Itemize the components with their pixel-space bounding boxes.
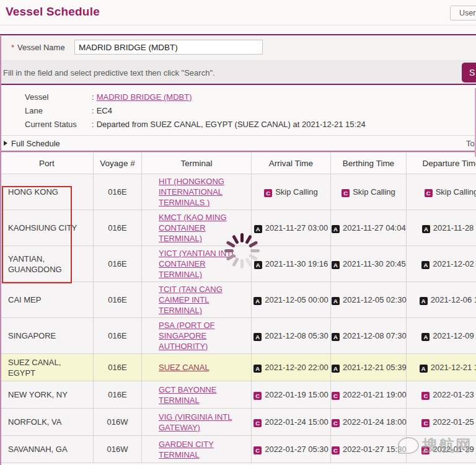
terminal-link[interactable]: KMCT (KAO MING CONTAINER TERMINAL) xyxy=(159,213,227,243)
search-hint-text: Fill in the field and select predictive … xyxy=(3,68,215,78)
departure-time-cell: A2021-12-09 0 xyxy=(407,318,476,354)
terminal-link[interactable]: GARDEN CITY TERMINAL xyxy=(159,440,214,459)
departure-time-cell: C2022-01-25 2 xyxy=(407,409,476,436)
badge-a-icon: A xyxy=(332,333,340,341)
header-divider-band xyxy=(0,25,476,35)
vessel-label: Vessel xyxy=(25,91,92,104)
vessel-link[interactable]: MADRID BRIDGE (MDBT) xyxy=(97,92,192,102)
berthing-time-cell: C2022-01-21 19:00 xyxy=(331,381,407,409)
arrival-time-cell: C2022-01-24 15:00 xyxy=(252,409,331,436)
arrival-time-value: 2021-12-05 00:00 xyxy=(265,295,328,304)
arrival-time-cell: C2022-01-27 05:30 xyxy=(252,436,331,463)
table-row: SINGAPORE016EPSA (PORT OF SINGAPORE AUTH… xyxy=(1,318,476,354)
table-row: SUEZ CANAL, EGYPT016ESUEZ CANALA2021-12-… xyxy=(1,354,476,381)
watermark-text: 搜航网 xyxy=(422,435,472,456)
badge-c-icon: C xyxy=(332,392,340,400)
departure-time-value: 2021-12-02 2 xyxy=(433,259,476,268)
departure-time-value: Skip Calling xyxy=(436,187,476,197)
vessel-info-row: Vessel:MADRID BRIDGE (MDBT) xyxy=(0,91,476,104)
badge-a-icon: A xyxy=(420,297,428,305)
current-status-value: Departed from SUEZ CANAL, EGYPT (SUEZ CA… xyxy=(97,120,366,129)
column-header-terminal: Terminal xyxy=(142,153,252,174)
berthing-time-cell: A2021-12-21 05:39 xyxy=(331,354,407,381)
arrival-time-value: 2021-11-27 03:00 xyxy=(265,223,328,232)
departure-time-value: 2021-12-06 16 xyxy=(431,295,476,304)
terminal-link[interactable]: GCT BAYONNE TERMINAL xyxy=(159,385,216,405)
berthing-time-value: 2022-01-24 18:00 xyxy=(343,417,407,427)
badge-a-icon: A xyxy=(420,365,428,373)
table-header-row: PortVoyage #TerminalArrival TimeBerthing… xyxy=(1,153,476,174)
terminal-cell: GARDEN CITY TERMINAL xyxy=(142,436,252,463)
arrival-time-cell: C2022-01-19 15:00 xyxy=(252,381,331,409)
berthing-time-cell: A2021-12-08 07:30 xyxy=(331,318,407,354)
column-header-port: Port xyxy=(1,153,94,174)
lane-label: Lane xyxy=(25,104,92,118)
badge-c-icon: C xyxy=(342,189,350,197)
terminal-link[interactable]: VIG (VIRGINIA INTL GATEWAY) xyxy=(159,412,232,432)
berthing-time-cell: C2022-01-27 15:30 xyxy=(331,436,407,463)
departure-time-value: 2022-01-25 2 xyxy=(433,417,476,427)
berthing-time-value: 2021-11-30 20:45 xyxy=(343,259,406,268)
terminal-link[interactable]: PSA (PORT OF SINGAPORE AUTHORITY) xyxy=(159,321,215,351)
user-button[interactable]: User xyxy=(450,6,476,20)
arrival-time-value: 2021-12-20 22:00 xyxy=(265,363,328,372)
full-schedule-bar[interactable]: Full Schedule To xyxy=(0,136,476,152)
departure-time-cell: C2022-01-23 0 xyxy=(407,381,476,409)
search-button[interactable]: S xyxy=(462,63,476,82)
arrival-time-value: 2022-01-24 15:00 xyxy=(265,417,328,427)
departure-time-cell: A2021-12-06 16 xyxy=(407,282,476,318)
berthing-time-cell: A2021-11-27 04:04 xyxy=(331,210,407,246)
search-hint-row: Fill in the field and select predictive … xyxy=(0,60,476,85)
terminal-cell: PSA (PORT OF SINGAPORE AUTHORITY) xyxy=(142,318,252,354)
voyage-cell: 016E xyxy=(94,210,142,246)
terminal-cell: HIT (HONGKONG INTERNATIONAL TERMINALS ) xyxy=(142,174,252,210)
departure-time-value: 2021-12-09 0 xyxy=(433,331,476,340)
column-header-arrival-time: Arrival Time xyxy=(252,153,331,174)
current-status-row: Current Status:Departed from SUEZ CANAL,… xyxy=(0,118,476,131)
arrival-time-cell: A2021-12-05 00:00 xyxy=(252,282,331,318)
arrival-time-value: 2022-01-19 15:00 xyxy=(265,390,328,399)
berthing-time-value: 2022-01-21 19:00 xyxy=(343,390,407,399)
voyage-cell: 016E xyxy=(94,318,142,354)
badge-c-icon: C xyxy=(253,446,262,454)
table-row: CAI MEP016ETCIT (TAN CANG CAIMEP INTL TE… xyxy=(1,282,476,318)
badge-c-icon: C xyxy=(421,392,430,400)
badge-c-icon: C xyxy=(332,419,340,427)
terminal-cell: SUEZ CANAL xyxy=(142,354,252,381)
departure-time-value: 2022-01-23 0 xyxy=(433,390,476,399)
port-cell: CAI MEP xyxy=(1,282,94,318)
required-marker: * xyxy=(11,43,14,52)
port-cell: NEW YORK, NY xyxy=(1,381,94,409)
terminal-link[interactable]: TCIT (TAN CANG CAIMEP INTL TERMINAL) xyxy=(159,285,223,315)
arrival-time-cell: CSkip Calling xyxy=(252,174,331,210)
vessel-name-label: *Vessel Name xyxy=(11,43,65,52)
loading-spinner-icon xyxy=(220,229,263,272)
column-header-voyage: Voyage # xyxy=(94,153,142,174)
separator: : xyxy=(92,120,94,129)
vessel-info-section: Vessel:MADRID BRIDGE (MDBT) Lane:EC4 Cur… xyxy=(0,85,476,136)
port-cell: NORFOLK, VA xyxy=(1,409,94,436)
badge-a-icon: A xyxy=(332,297,340,305)
arrival-time-cell: A2021-12-08 05:30 xyxy=(252,318,331,354)
badge-c-icon: C xyxy=(253,419,262,427)
terminal-link[interactable]: SUEZ CANAL xyxy=(159,363,209,372)
badge-c-icon: C xyxy=(332,446,340,454)
badge-c-icon: C xyxy=(264,189,272,197)
arrival-time-value: 2022-01-27 05:30 xyxy=(265,445,328,454)
departure-time-cell: A2021-12-21 15 xyxy=(407,354,476,381)
voyage-cell: 016E xyxy=(94,282,142,318)
badge-a-icon: A xyxy=(332,225,340,233)
arrival-time-cell: A2021-12-20 22:00 xyxy=(252,354,331,381)
highlight-annotation-box xyxy=(2,186,72,283)
port-cell: SAVANNAH, GA xyxy=(1,436,94,463)
badge-a-icon: A xyxy=(332,365,340,373)
vessel-name-input[interactable] xyxy=(74,40,263,55)
arrival-time-value: 2021-11-30 19:16 xyxy=(265,259,328,268)
left-edge-line xyxy=(0,36,1,465)
separator: : xyxy=(92,106,94,115)
badge-a-icon: A xyxy=(332,261,340,269)
departure-time-value: 2021-12-21 15 xyxy=(431,363,476,372)
terminal-link[interactable]: HIT (HONGKONG INTERNATIONAL TERMINALS ) xyxy=(159,177,224,207)
voyage-cell: 016E xyxy=(94,246,142,282)
page-title: Vessel Schedule xyxy=(6,5,100,19)
